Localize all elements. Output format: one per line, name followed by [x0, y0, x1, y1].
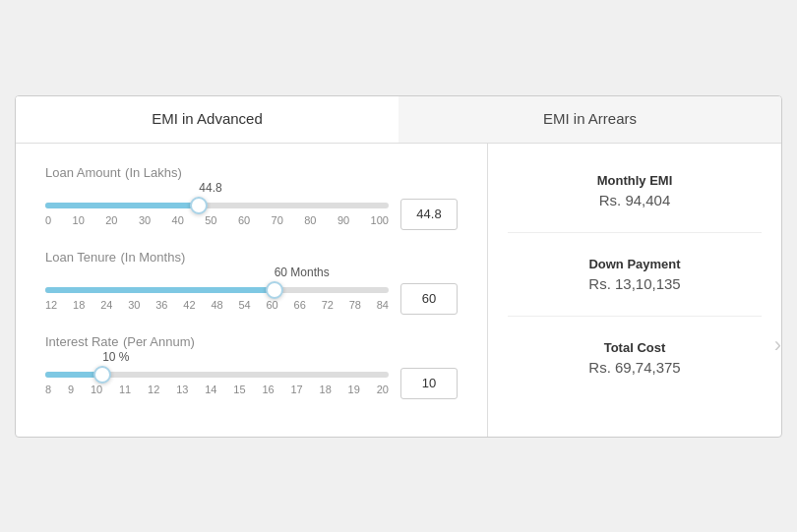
loan-amount-row: 44.8 0 10 20 30 40 50 60: [45, 199, 458, 230]
divider-2: [508, 316, 762, 317]
loan-tenure-fill: [45, 287, 275, 293]
loan-amount-fill: [45, 203, 199, 208]
loan-tenure-label: Loan Tenure (In Months): [45, 248, 458, 266]
loan-tenure-row: 60 Months 12 18 24 30 36 42 48: [45, 283, 458, 315]
right-wrapper: Monthly EMI Rs. 94,404 Down Payment Rs. …: [488, 144, 781, 437]
loan-amount-thumb[interactable]: [190, 197, 208, 214]
loan-tenure-track[interactable]: [45, 287, 389, 293]
interest-rate-row: 10 % 8 9 10 11 12 13 14: [45, 368, 458, 399]
interest-rate-label: Interest Rate (Per Annum): [45, 332, 458, 350]
interest-rate-section: Interest Rate (Per Annum) 10 % 8 9 10: [45, 332, 458, 399]
calculator-container: EMI in Advanced EMI in Arrears Loan Amou…: [15, 95, 782, 438]
loan-tenure-tooltip: 60 Months: [275, 266, 330, 279]
tab-bar: EMI in Advanced EMI in Arrears: [16, 96, 781, 144]
total-cost-block: Total Cost Rs. 69,74,375: [508, 330, 762, 385]
total-cost-value: Rs. 69,74,375: [508, 359, 762, 376]
tab-emi-arrears[interactable]: EMI in Arrears: [398, 96, 781, 143]
interest-rate-track[interactable]: [45, 372, 389, 378]
loan-tenure-slider-wrapper: 60 Months 12 18 24 30 36 42 48: [45, 287, 389, 311]
interest-rate-slider-wrapper: 10 % 8 9 10 11 12 13 14: [45, 372, 389, 395]
chevron-right-icon: ›: [774, 332, 781, 358]
left-panel: Loan Amount (In Lakhs) 44.8 0 10 20: [16, 144, 488, 437]
main-content: Loan Amount (In Lakhs) 44.8 0 10 20: [16, 144, 781, 437]
monthly-emi-value: Rs. 94,404: [508, 192, 762, 208]
loan-amount-track[interactable]: [45, 203, 389, 208]
interest-rate-ticks: 8 9 10 11 12 13 14 15 16 17 18 19: [45, 384, 389, 395]
total-cost-label: Total Cost: [508, 340, 762, 355]
interest-rate-thumb[interactable]: [93, 366, 111, 384]
divider-1: [508, 232, 762, 233]
loan-tenure-thumb[interactable]: [266, 281, 283, 299]
monthly-emi-block: Monthly EMI Rs. 94,404: [508, 163, 762, 218]
loan-amount-input[interactable]: [400, 199, 458, 230]
loan-amount-tooltip: 44.8: [199, 181, 221, 195]
monthly-emi-label: Monthly EMI: [508, 173, 762, 188]
interest-rate-tooltip: 10 %: [102, 350, 129, 364]
down-payment-label: Down Payment: [508, 257, 762, 271]
down-payment-value: Rs. 13,10,135: [508, 275, 762, 292]
loan-tenure-ticks: 12 18 24 30 36 42 48 54 60 66 72 78: [45, 299, 389, 311]
loan-amount-label: Loan Amount (In Lakhs): [45, 163, 458, 181]
down-payment-block: Down Payment Rs. 13,10,135: [508, 247, 762, 302]
loan-tenure-input[interactable]: [400, 283, 458, 315]
loan-amount-section: Loan Amount (In Lakhs) 44.8 0 10 20: [45, 163, 458, 230]
loan-amount-ticks: 0 10 20 30 40 50 60 70 80 90 100: [45, 214, 389, 226]
loan-tenure-section: Loan Tenure (In Months) 60 Months 12 18: [45, 248, 458, 315]
tab-emi-advanced[interactable]: EMI in Advanced: [16, 96, 398, 143]
interest-rate-input[interactable]: [400, 368, 458, 399]
right-panel: Monthly EMI Rs. 94,404 Down Payment Rs. …: [488, 144, 781, 405]
loan-amount-slider-wrapper: 44.8 0 10 20 30 40 50 60: [45, 203, 389, 226]
